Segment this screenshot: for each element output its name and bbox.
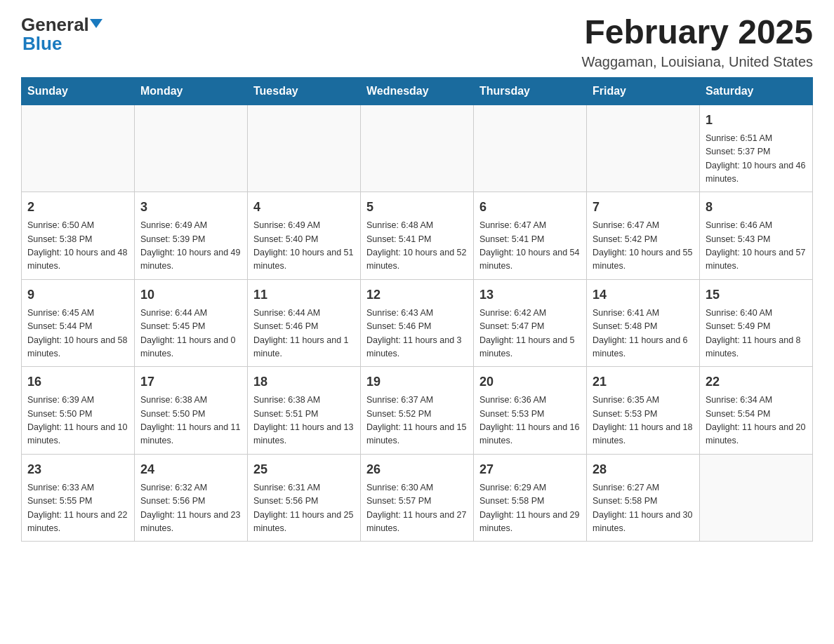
calendar-cell: 15Sunrise: 6:40 AM Sunset: 5:49 PM Dayli… [700, 279, 813, 367]
day-number: 25 [253, 460, 355, 479]
day-number: 9 [27, 286, 128, 304]
calendar-cell: 16Sunrise: 6:39 AM Sunset: 5:50 PM Dayli… [22, 367, 135, 455]
day-number: 1 [706, 111, 807, 130]
calendar-cell: 25Sunrise: 6:31 AM Sunset: 5:56 PM Dayli… [248, 454, 361, 542]
calendar-cell [587, 105, 700, 192]
logo-arrow-icon [90, 19, 102, 28]
day-info: Sunrise: 6:47 AM Sunset: 5:42 PM Dayligh… [593, 219, 694, 274]
calendar-week-0: 1Sunrise: 6:51 AM Sunset: 5:37 PM Daylig… [22, 105, 813, 192]
location: Waggaman, Louisiana, United States [582, 54, 813, 70]
day-of-week-saturday: Saturday [700, 77, 813, 105]
day-info: Sunrise: 6:30 AM Sunset: 5:57 PM Dayligh… [366, 481, 468, 536]
day-number: 26 [366, 460, 468, 479]
day-number: 24 [140, 460, 241, 479]
day-number: 17 [140, 373, 241, 391]
day-number: 2 [27, 198, 128, 217]
calendar-cell: 5Sunrise: 6:48 AM Sunset: 5:41 PM Daylig… [361, 192, 474, 280]
day-info: Sunrise: 6:29 AM Sunset: 5:58 PM Dayligh… [479, 481, 581, 536]
day-info: Sunrise: 6:46 AM Sunset: 5:43 PM Dayligh… [706, 219, 807, 274]
calendar-cell: 9Sunrise: 6:45 AM Sunset: 5:44 PM Daylig… [22, 279, 135, 367]
day-info: Sunrise: 6:49 AM Sunset: 5:40 PM Dayligh… [253, 219, 355, 274]
day-info: Sunrise: 6:31 AM Sunset: 5:56 PM Dayligh… [253, 481, 355, 536]
calendar-cell: 3Sunrise: 6:49 AM Sunset: 5:39 PM Daylig… [135, 192, 248, 280]
day-number: 16 [27, 373, 128, 391]
calendar-cell: 27Sunrise: 6:29 AM Sunset: 5:58 PM Dayli… [474, 454, 587, 542]
day-info: Sunrise: 6:48 AM Sunset: 5:41 PM Dayligh… [366, 219, 468, 274]
page-header: General Blue February 2025 Waggaman, Lou… [21, 14, 813, 70]
calendar-cell [248, 105, 361, 192]
calendar-cell: 24Sunrise: 6:32 AM Sunset: 5:56 PM Dayli… [135, 454, 248, 542]
day-of-week-friday: Friday [587, 77, 700, 105]
day-of-week-wednesday: Wednesday [361, 77, 474, 105]
day-number: 3 [140, 198, 241, 217]
day-info: Sunrise: 6:38 AM Sunset: 5:51 PM Dayligh… [253, 394, 355, 448]
calendar-cell: 17Sunrise: 6:38 AM Sunset: 5:50 PM Dayli… [135, 367, 248, 455]
calendar-cell: 19Sunrise: 6:37 AM Sunset: 5:52 PM Dayli… [361, 367, 474, 455]
calendar-cell: 2Sunrise: 6:50 AM Sunset: 5:38 PM Daylig… [22, 192, 135, 280]
day-number: 10 [140, 286, 241, 304]
calendar-week-3: 16Sunrise: 6:39 AM Sunset: 5:50 PM Dayli… [22, 367, 813, 455]
calendar-cell: 23Sunrise: 6:33 AM Sunset: 5:55 PM Dayli… [22, 454, 135, 542]
calendar-cell: 1Sunrise: 6:51 AM Sunset: 5:37 PM Daylig… [700, 105, 813, 192]
calendar-cell: 12Sunrise: 6:43 AM Sunset: 5:46 PM Dayli… [361, 279, 474, 367]
calendar-cell: 20Sunrise: 6:36 AM Sunset: 5:53 PM Dayli… [474, 367, 587, 455]
calendar-cell [700, 454, 813, 542]
day-of-week-tuesday: Tuesday [248, 77, 361, 105]
calendar-cell: 7Sunrise: 6:47 AM Sunset: 5:42 PM Daylig… [587, 192, 700, 280]
calendar-cell: 26Sunrise: 6:30 AM Sunset: 5:57 PM Dayli… [361, 454, 474, 542]
day-info: Sunrise: 6:44 AM Sunset: 5:46 PM Dayligh… [253, 307, 355, 361]
day-info: Sunrise: 6:51 AM Sunset: 5:37 PM Dayligh… [706, 132, 807, 187]
day-number: 5 [366, 198, 468, 217]
calendar-cell [135, 105, 248, 192]
calendar-cell: 18Sunrise: 6:38 AM Sunset: 5:51 PM Dayli… [248, 367, 361, 455]
day-info: Sunrise: 6:37 AM Sunset: 5:52 PM Dayligh… [366, 394, 468, 448]
calendar-week-2: 9Sunrise: 6:45 AM Sunset: 5:44 PM Daylig… [22, 279, 813, 367]
day-info: Sunrise: 6:45 AM Sunset: 5:44 PM Dayligh… [27, 307, 128, 361]
calendar-cell: 22Sunrise: 6:34 AM Sunset: 5:54 PM Dayli… [700, 367, 813, 455]
day-info: Sunrise: 6:49 AM Sunset: 5:39 PM Dayligh… [140, 219, 241, 274]
day-of-week-thursday: Thursday [474, 77, 587, 105]
calendar-cell: 14Sunrise: 6:41 AM Sunset: 5:48 PM Dayli… [587, 279, 700, 367]
day-info: Sunrise: 6:50 AM Sunset: 5:38 PM Dayligh… [27, 219, 128, 274]
day-info: Sunrise: 6:41 AM Sunset: 5:48 PM Dayligh… [593, 307, 694, 361]
day-info: Sunrise: 6:44 AM Sunset: 5:45 PM Dayligh… [140, 307, 241, 361]
day-info: Sunrise: 6:43 AM Sunset: 5:46 PM Dayligh… [366, 307, 468, 361]
day-number: 15 [706, 286, 807, 304]
day-info: Sunrise: 6:33 AM Sunset: 5:55 PM Dayligh… [27, 481, 128, 536]
day-number: 13 [479, 286, 581, 304]
day-info: Sunrise: 6:40 AM Sunset: 5:49 PM Dayligh… [706, 307, 807, 361]
day-number: 21 [593, 373, 694, 391]
day-number: 19 [366, 373, 468, 391]
day-number: 23 [27, 460, 128, 479]
day-info: Sunrise: 6:38 AM Sunset: 5:50 PM Dayligh… [140, 394, 241, 448]
day-number: 4 [253, 198, 355, 217]
logo: General Blue [21, 14, 102, 55]
calendar-cell: 28Sunrise: 6:27 AM Sunset: 5:58 PM Dayli… [587, 454, 700, 542]
day-of-week-monday: Monday [135, 77, 248, 105]
calendar-cell: 13Sunrise: 6:42 AM Sunset: 5:47 PM Dayli… [474, 279, 587, 367]
day-number: 22 [706, 373, 807, 391]
day-info: Sunrise: 6:27 AM Sunset: 5:58 PM Dayligh… [593, 481, 694, 536]
day-number: 28 [593, 460, 694, 479]
calendar-cell [361, 105, 474, 192]
day-info: Sunrise: 6:47 AM Sunset: 5:41 PM Dayligh… [479, 219, 581, 274]
day-number: 20 [479, 373, 581, 391]
day-number: 8 [706, 198, 807, 217]
calendar-cell: 8Sunrise: 6:46 AM Sunset: 5:43 PM Daylig… [700, 192, 813, 280]
calendar-cell: 6Sunrise: 6:47 AM Sunset: 5:41 PM Daylig… [474, 192, 587, 280]
day-info: Sunrise: 6:39 AM Sunset: 5:50 PM Dayligh… [27, 394, 128, 448]
day-number: 11 [253, 286, 355, 304]
calendar-header-row: SundayMondayTuesdayWednesdayThursdayFrid… [22, 77, 813, 105]
calendar-table: SundayMondayTuesdayWednesdayThursdayFrid… [21, 77, 813, 542]
month-title: February 2025 [582, 14, 813, 51]
day-info: Sunrise: 6:42 AM Sunset: 5:47 PM Dayligh… [479, 307, 581, 361]
day-info: Sunrise: 6:32 AM Sunset: 5:56 PM Dayligh… [140, 481, 241, 536]
day-number: 6 [479, 198, 581, 217]
title-section: February 2025 Waggaman, Louisiana, Unite… [582, 14, 813, 70]
day-info: Sunrise: 6:36 AM Sunset: 5:53 PM Dayligh… [479, 394, 581, 448]
day-info: Sunrise: 6:34 AM Sunset: 5:54 PM Dayligh… [706, 394, 807, 448]
day-of-week-sunday: Sunday [22, 77, 135, 105]
logo-blue: Blue [22, 33, 62, 54]
day-info: Sunrise: 6:35 AM Sunset: 5:53 PM Dayligh… [593, 394, 694, 448]
calendar-cell: 11Sunrise: 6:44 AM Sunset: 5:46 PM Dayli… [248, 279, 361, 367]
